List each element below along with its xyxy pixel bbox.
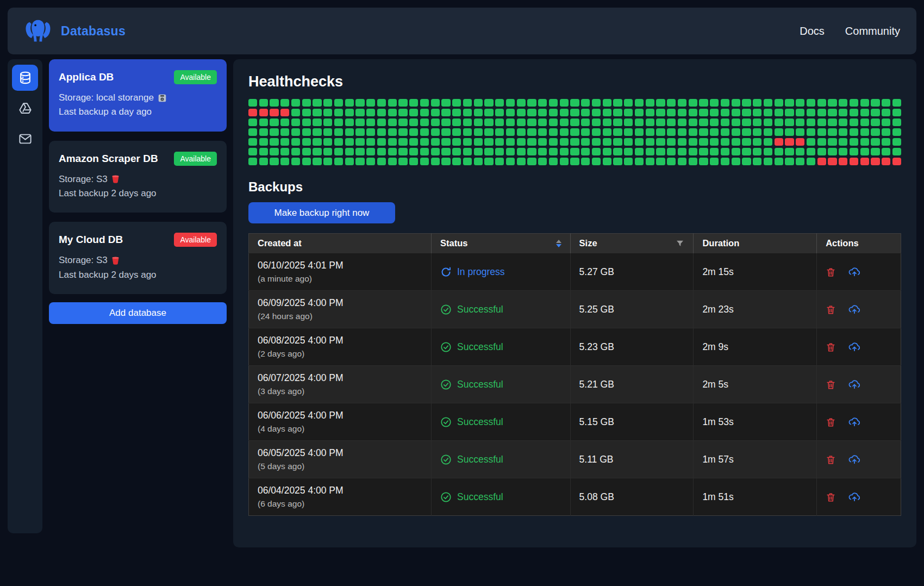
healthcheck-cell (892, 99, 901, 107)
actions-cell (817, 478, 901, 516)
healthcheck-cell (549, 128, 558, 136)
actions-cell (817, 328, 901, 366)
healthcheck-cell (732, 158, 740, 165)
trash-icon (826, 416, 836, 428)
healthcheck-cell (323, 109, 332, 116)
delete-backup-button[interactable] (826, 491, 836, 503)
backup-relative-time: (4 days ago) (258, 424, 422, 434)
restore-backup-button[interactable] (848, 416, 861, 428)
healthcheck-cell (323, 158, 332, 165)
duration-cell: 2m 15s (694, 253, 817, 291)
delete-backup-button[interactable] (826, 379, 836, 390)
backup-row: 06/09/2025 4:00 PM(24 hours ago)Successf… (249, 291, 901, 328)
healthcheck-cell (828, 158, 836, 165)
healthcheck-cell (517, 158, 526, 165)
healthcheck-cell (452, 99, 461, 107)
healthcheck-cell (721, 128, 729, 136)
healthcheck-cell (560, 109, 569, 116)
healthcheck-cell (892, 148, 901, 155)
restore-backup-button[interactable] (848, 304, 861, 315)
cloud-upload-icon (848, 454, 861, 465)
healthcheck-cell (624, 119, 633, 126)
size-cell: 5.08 GB (570, 478, 694, 516)
nav-docs-link[interactable]: Docs (800, 25, 825, 38)
healthcheck-cell (678, 158, 686, 165)
healthcheck-cell (817, 138, 826, 146)
sidebar-item-notifications[interactable] (12, 126, 38, 152)
healthcheck-cell (860, 158, 869, 165)
database-last-backup: Last backup 2 days ago (59, 268, 217, 282)
healthcheck-cell (742, 119, 751, 126)
restore-backup-button[interactable] (848, 379, 861, 390)
healthcheck-cell (785, 109, 794, 116)
database-card-applica[interactable]: Applica DB Available Storage: local stor… (49, 59, 227, 132)
healthcheck-cell (753, 109, 761, 116)
restore-backup-button[interactable] (848, 454, 861, 465)
healthcheck-cell (764, 148, 772, 155)
healthcheck-cell (302, 158, 311, 165)
healthcheck-cell (592, 128, 601, 136)
backup-date: 06/06/2025 4:00 PM (258, 410, 422, 421)
database-card-my-cloud[interactable]: My Cloud DB Available Storage: S3 Last b… (49, 222, 227, 294)
healthcheck-cell (764, 99, 772, 107)
backup-relative-time: (5 days ago) (258, 462, 422, 471)
healthcheck-cell (377, 99, 386, 107)
healthcheck-cell (248, 109, 257, 116)
healthcheck-cell (871, 158, 879, 165)
restore-backup-button[interactable] (848, 266, 861, 278)
healthcheck-cell (366, 158, 375, 165)
healthcheck-cell (527, 158, 536, 165)
filter-icon[interactable] (676, 239, 684, 248)
sort-asc-icon (556, 240, 561, 243)
healthcheck-cell (570, 128, 579, 136)
healthcheck-cell (742, 138, 751, 146)
sort-icon[interactable] (556, 240, 561, 247)
healthcheck-cell (732, 128, 740, 136)
healthcheck-cell (323, 148, 332, 155)
healthchecks-grid (248, 99, 901, 165)
delete-backup-button[interactable] (826, 416, 836, 428)
sidebar-item-storages[interactable] (12, 95, 38, 121)
status-label: Successful (457, 454, 503, 465)
healthcheck-cell (398, 158, 407, 165)
healthcheck-cell (699, 99, 708, 107)
delete-backup-button[interactable] (826, 266, 836, 278)
healthcheck-cell (463, 128, 472, 136)
healthcheck-cell (355, 119, 364, 126)
cloud-upload-icon (848, 379, 861, 390)
healthcheck-cell (484, 99, 493, 107)
healthcheck-cell (753, 148, 761, 155)
backup-relative-time: (a minute ago) (258, 274, 422, 284)
database-storage: Storage: local storange (59, 91, 154, 105)
database-card-amazon-scraper[interactable]: Amazon Scraper DB Available Storage: S3 … (49, 141, 227, 213)
healthcheck-cell (624, 158, 633, 165)
healthcheck-cell (635, 148, 644, 155)
add-database-button[interactable]: Add database (49, 302, 227, 324)
database-last-backup: Last backup a day ago (59, 105, 217, 119)
sidebar-item-databases[interactable] (12, 65, 38, 91)
healthcheck-cell (850, 148, 858, 155)
created-at-cell: 06/07/2025 4:00 PM(3 days ago) (249, 366, 432, 403)
restore-backup-button[interactable] (848, 491, 861, 503)
healthcheck-cell (302, 109, 311, 116)
healthcheck-cell (710, 148, 719, 155)
actions-cell (817, 291, 901, 328)
healthcheck-cell (549, 138, 558, 146)
healthcheck-cell (785, 99, 794, 107)
hard-drive-icon (158, 93, 167, 103)
delete-backup-button[interactable] (826, 454, 836, 465)
healthcheck-cell (667, 148, 676, 155)
database-icon (18, 71, 33, 85)
delete-backup-button[interactable] (826, 341, 836, 353)
healthcheck-cell (355, 138, 364, 146)
make-backup-button[interactable]: Make backup right now (248, 202, 395, 223)
healthcheck-cell (775, 109, 783, 116)
healthcheck-cell (484, 119, 493, 126)
healthcheck-cell (689, 119, 697, 126)
restore-backup-button[interactable] (848, 341, 861, 353)
healthcheck-cell (248, 99, 257, 107)
healthcheck-cell (828, 119, 836, 126)
nav-community-link[interactable]: Community (845, 25, 900, 38)
delete-backup-button[interactable] (826, 304, 836, 315)
healthcheck-cell (355, 158, 364, 165)
